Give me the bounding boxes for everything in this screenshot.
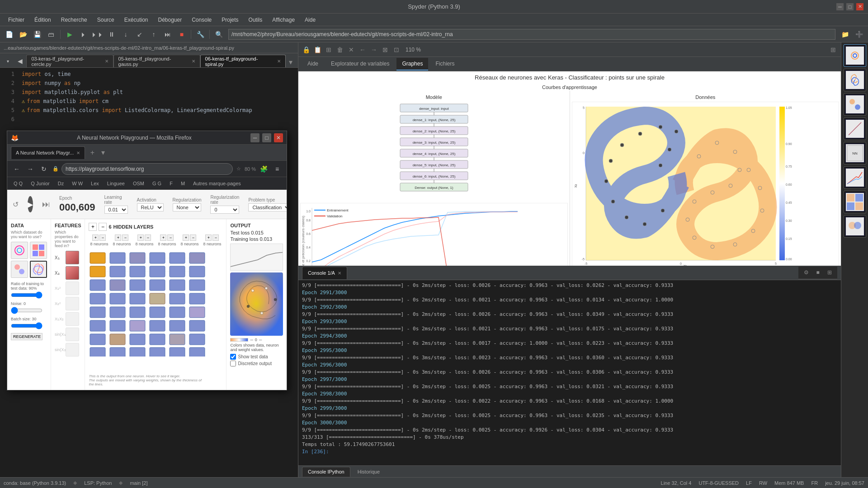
ff-close-button[interactable]: ✕ — [274, 133, 283, 142]
editor-tab-gauss[interactable]: 05-keras-tf_playground-gauss.py ✕ — [113, 55, 200, 67]
run-button[interactable]: ▶ — [63, 28, 76, 41]
nn-play-button[interactable]: ▶ — [28, 196, 33, 212]
right-fit-icon[interactable]: ⊠ — [380, 45, 390, 55]
maximize-button[interactable]: □ — [846, 3, 854, 10]
right-copy-icon[interactable]: 📋 — [312, 45, 322, 55]
tab-explorateur[interactable]: Explorateur de variables — [326, 58, 395, 70]
menu-fichier[interactable]: Fichier — [4, 15, 29, 24]
menu-edition[interactable]: Édition — [30, 15, 56, 24]
bookmark-ww[interactable]: W W — [69, 180, 85, 187]
thumb-4[interactable] — [844, 117, 866, 140]
right-zoom-icon[interactable]: ⊡ — [392, 45, 401, 55]
noise-slider[interactable] — [11, 307, 42, 314]
menu-projets[interactable]: Projets — [217, 15, 243, 24]
run-selection-button[interactable]: ⏵⏵ — [91, 28, 104, 41]
bookmark-junior[interactable]: Q Junior — [28, 180, 52, 187]
path-browse-button[interactable]: 📁 — [839, 28, 851, 41]
thumb-1[interactable] — [844, 44, 866, 67]
batch-slider[interactable] — [11, 322, 42, 329]
ff-tab-playground[interactable]: A Neural Network Playgr... ✕ — [11, 146, 85, 159]
x2sq-feature-icon[interactable] — [66, 297, 79, 310]
path-input[interactable] — [228, 29, 835, 40]
ff-maximize-button[interactable]: □ — [262, 133, 271, 142]
search-toolbar-button[interactable]: 🔍 — [212, 28, 225, 41]
right-lock-icon[interactable]: 🔒 — [301, 45, 311, 55]
right-close-icon[interactable]: ✕ — [346, 45, 356, 55]
menu-outils[interactable]: Outils — [244, 15, 267, 24]
dataset-circle[interactable] — [11, 242, 28, 259]
step-into-button[interactable]: ↙ — [133, 28, 146, 41]
layer5-remove-neuron[interactable]: − — [190, 235, 196, 241]
tab-historique[interactable]: Historique — [352, 467, 386, 477]
stop-button[interactable]: ■ — [175, 28, 188, 41]
bookmark-f[interactable]: F — [167, 180, 175, 187]
new-file-button[interactable]: 📄 — [3, 28, 15, 41]
tab-graphes[interactable]: Graphes — [396, 58, 428, 70]
menu-recherche[interactable]: Recherche — [57, 15, 92, 24]
regenerate-button[interactable]: REGENERATE — [11, 333, 42, 340]
tab-close-cercle[interactable]: ✕ — [105, 59, 108, 64]
right-grid-icon[interactable]: ⊞ — [324, 45, 334, 55]
layer1-remove-neuron[interactable]: − — [99, 235, 106, 241]
bookmark-linguee[interactable]: Linguee — [104, 180, 127, 187]
editor-tab-spiral[interactable]: 06-keras-tf_playground-spiral.py ✕ — [200, 55, 286, 67]
close-button[interactable]: ✕ — [856, 3, 863, 10]
right-expand-icon[interactable]: ⊞ — [828, 45, 838, 55]
thumb-7[interactable] — [844, 191, 866, 213]
menu-aide[interactable]: Aide — [300, 15, 320, 24]
show-test-data-checkbox[interactable] — [230, 354, 236, 360]
layer2-add-neuron[interactable]: + — [115, 235, 121, 241]
reg-select[interactable]: None — [173, 203, 202, 211]
layer3-remove-neuron[interactable]: − — [145, 235, 151, 241]
console-tab-1a[interactable]: Console 1/A ✕ — [302, 267, 347, 279]
run-cell-button[interactable]: ⏵ — [77, 28, 90, 41]
menu-affichage[interactable]: Affichage — [268, 15, 299, 24]
ff-url-bar[interactable] — [61, 163, 233, 175]
bookmark-m[interactable]: M — [178, 180, 188, 187]
dataset-xor[interactable] — [30, 242, 47, 259]
menu-source[interactable]: Source — [93, 15, 119, 24]
open-file-button[interactable]: 📂 — [17, 28, 29, 41]
ff-back-button[interactable]: ← — [11, 163, 23, 175]
sinx1-feature-icon[interactable] — [66, 328, 79, 341]
continue-button[interactable]: ⏭ — [161, 28, 174, 41]
layer2-remove-neuron[interactable]: − — [122, 235, 128, 241]
discretize-checkbox[interactable] — [230, 361, 236, 366]
bookmark-osm[interactable]: OSM — [130, 180, 147, 187]
thumb-2[interactable] — [844, 69, 866, 91]
ff-bookmark-star[interactable]: ☆ — [235, 166, 243, 172]
minimize-button[interactable]: ─ — [836, 3, 844, 10]
menu-console[interactable]: Console — [187, 15, 216, 24]
ff-forward-button[interactable]: → — [24, 163, 36, 175]
bookmark-others[interactable]: Autres marque-pages — [190, 180, 244, 187]
console-tab-close[interactable]: ✕ — [338, 271, 341, 276]
tab-aide[interactable]: Aide — [302, 58, 324, 70]
right-next-icon[interactable]: → — [369, 45, 379, 55]
activation-select[interactable]: ReLU — [137, 203, 164, 211]
nn-step-button[interactable]: ⏭ — [42, 200, 50, 209]
console-input[interactable]: In [236]: — [302, 448, 837, 455]
ff-reload-button[interactable]: ↻ — [38, 163, 50, 175]
editor-tab-cercle[interactable]: 03-keras-tf_playground-cercle.py ✕ — [26, 55, 113, 67]
ff-tab-overflow[interactable]: ▾ — [101, 148, 105, 157]
problem-select[interactable]: Classification — [248, 203, 287, 211]
console-settings-icon[interactable]: ⚙ — [801, 267, 811, 277]
layer4-remove-neuron[interactable]: − — [167, 235, 174, 241]
add-layer-button[interactable]: + — [89, 223, 97, 231]
remove-layer-button[interactable]: − — [99, 223, 107, 231]
bookmark-gg[interactable]: G G — [150, 180, 164, 187]
x1sq-feature-icon[interactable] — [66, 282, 79, 295]
right-trash-icon[interactable]: 🗑 — [335, 45, 345, 55]
debug-button[interactable]: ⏸ — [105, 28, 118, 41]
ff-menu-button[interactable]: ≡ — [271, 163, 283, 175]
layer4-add-neuron[interactable]: + — [160, 235, 166, 241]
dataset-gaussian[interactable] — [11, 261, 28, 278]
path-add-button[interactable]: ➕ — [853, 28, 865, 41]
dataset-spiral[interactable] — [30, 261, 47, 278]
save-file-button[interactable]: 💾 — [31, 28, 43, 41]
thumb-3[interactable] — [844, 93, 866, 116]
regrate-select[interactable]: 0 — [210, 206, 239, 214]
lr-select[interactable]: 0.01 — [104, 206, 128, 214]
menu-execution[interactable]: Exécution — [120, 15, 153, 24]
x1x2-feature-icon[interactable] — [66, 312, 79, 326]
